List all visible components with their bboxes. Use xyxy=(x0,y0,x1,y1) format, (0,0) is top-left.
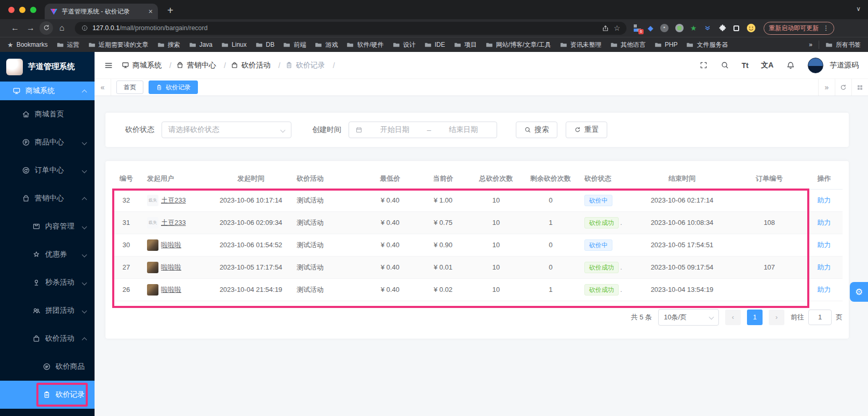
user-name-link[interactable]: 啦啦啦 xyxy=(161,285,181,294)
bookmark-item[interactable]: 设计 xyxy=(393,41,416,49)
bookmark-item[interactable]: DB xyxy=(256,41,275,48)
font-size-icon[interactable]: Tt xyxy=(742,61,749,70)
home-button[interactable]: ⌂ xyxy=(54,23,70,33)
extension-square-icon[interactable] xyxy=(733,25,739,31)
search-button[interactable]: 搜索 xyxy=(516,122,557,138)
update-chip[interactable]: 重新启动即可更新 ⋮ xyxy=(764,22,834,35)
bookmark-item[interactable]: 运营 xyxy=(57,41,79,49)
site-info-icon[interactable] xyxy=(81,24,88,32)
reload-button[interactable] xyxy=(39,21,53,35)
breadcrumb-item[interactable]: 砍价活动 / xyxy=(231,61,285,70)
star-icon: ★ xyxy=(7,41,14,49)
extension-green-circle-icon[interactable] xyxy=(675,24,684,32)
help-link[interactable]: 助力 xyxy=(818,241,831,249)
url-text: 127.0.0.1/mall/promotion/bargain/record xyxy=(92,24,597,32)
extension-asterisk-icon[interactable]: * xyxy=(660,24,669,32)
page-tab[interactable]: 砍价记录 xyxy=(149,80,198,94)
settings-gear-button[interactable]: ⚙ xyxy=(850,282,868,302)
page-size-select[interactable]: 10条/页 xyxy=(658,309,719,326)
sidebar-item[interactable]: 砍价商品 xyxy=(0,353,95,381)
breadcrumb-item[interactable]: 砍价记录 / xyxy=(285,61,340,70)
app-logo-row[interactable]: 芋道管理系统 xyxy=(0,52,95,82)
reset-button[interactable]: 重置 xyxy=(566,122,607,138)
traffic-light-minimize[interactable] xyxy=(19,7,25,13)
page-tab[interactable]: 首页 xyxy=(116,80,143,94)
sidebar-item[interactable]: 商城系统 xyxy=(0,82,95,100)
search-icon[interactable] xyxy=(720,61,729,70)
omnibox[interactable]: 127.0.0.1/mall/promotion/bargain/record … xyxy=(75,22,626,35)
status-select[interactable]: 请选择砍价状态 xyxy=(162,122,291,138)
user-name-link[interactable]: 土豆233 xyxy=(161,196,186,205)
bookmark-item[interactable]: 文件服务器 xyxy=(686,41,728,49)
end-time: 2023-10-04 13:54:19 xyxy=(631,278,733,301)
traffic-light-close[interactable] xyxy=(8,7,15,13)
date-range-input[interactable]: 开始日期 – 结束日期 xyxy=(349,122,497,138)
bookmarks-root[interactable]: ★ Bookmarks xyxy=(7,41,48,49)
back-button[interactable]: ← xyxy=(7,23,23,33)
extension-grid-icon[interactable]: 6 xyxy=(634,24,641,32)
share-icon[interactable] xyxy=(602,24,609,32)
breadcrumb-item[interactable]: 商城系统 / xyxy=(122,61,176,70)
bookmark-item[interactable]: PHP xyxy=(655,41,678,48)
help-link[interactable]: 助力 xyxy=(818,219,831,226)
bookmark-item[interactable]: 其他语言 xyxy=(610,41,646,49)
user-name-link[interactable]: 土豆233 xyxy=(161,218,186,227)
hamburger-icon[interactable] xyxy=(104,61,113,70)
new-tab-button[interactable]: + xyxy=(167,5,173,17)
refresh-icon[interactable] xyxy=(835,79,851,96)
fullscreen-icon[interactable] xyxy=(699,61,708,70)
language-icon[interactable]: 文A xyxy=(761,61,773,70)
sidebar-item[interactable]: 商城首页 xyxy=(0,100,95,128)
user-name[interactable]: 芋道源码 xyxy=(830,61,859,70)
all-bookmarks[interactable]: 所有书签 xyxy=(825,41,861,49)
browser-menu-icon[interactable]: ⋮ xyxy=(823,24,829,32)
bookmark-star-icon[interactable]: ☆ xyxy=(613,24,620,32)
user-name-link[interactable]: 啦啦啦 xyxy=(161,263,181,272)
forward-button[interactable]: → xyxy=(23,23,38,33)
bookmark-item[interactable]: 搜索 xyxy=(157,41,180,49)
bookmark-item[interactable]: 软件/硬件 xyxy=(346,41,383,49)
breadcrumb-item[interactable]: 营销中心 / xyxy=(176,61,231,70)
tabs-collapse-icon[interactable]: « xyxy=(95,79,111,96)
user-name-link[interactable]: 啦啦啦 xyxy=(161,240,181,250)
profile-avatar-icon[interactable] xyxy=(746,23,756,33)
sidebar-item[interactable]: 砍价记录 xyxy=(0,381,95,409)
bookmark-item[interactable]: 游戏 xyxy=(315,41,338,49)
prev-page-button[interactable]: ‹ xyxy=(725,310,741,325)
browser-tab[interactable]: 芋道管理系统 - 砍价记录 × xyxy=(45,4,158,19)
next-page-button[interactable]: › xyxy=(769,310,784,325)
bookmark-item[interactable]: Linux xyxy=(221,41,247,48)
bookmark-item[interactable]: Java xyxy=(189,41,212,48)
sidebar-item[interactable]: 秒杀活动 xyxy=(0,269,95,297)
bookmark-item[interactable]: 资讯未整理 xyxy=(560,41,602,49)
extension-gem-icon[interactable]: ◆ xyxy=(648,24,653,32)
page-number-button[interactable]: 1 xyxy=(747,310,763,325)
tabs-expand-icon[interactable]: » xyxy=(818,79,835,96)
bookmark-item[interactable]: IDE xyxy=(424,41,445,48)
sidebar-item[interactable]: 商品中心 xyxy=(0,128,95,156)
help-link[interactable]: 助力 xyxy=(818,263,831,271)
bookmark-item[interactable]: 前端 xyxy=(283,41,306,49)
sidebar-item[interactable]: 订单中心 xyxy=(0,156,95,184)
extension-star-icon[interactable]: ★ xyxy=(690,24,697,32)
sidebar-item[interactable]: 营销中心 xyxy=(0,184,95,212)
sidebar-item[interactable]: 内容管理 xyxy=(0,212,95,240)
goto-page-input[interactable] xyxy=(808,310,832,325)
bookmark-item[interactable]: 项目 xyxy=(454,41,477,49)
extension-chevrons-icon[interactable] xyxy=(703,24,712,32)
bookmark-item[interactable]: 网站/博客/文章/工具 xyxy=(486,41,551,49)
traffic-light-zoom[interactable] xyxy=(30,7,36,13)
tab-search-chevron-icon[interactable]: ∨ xyxy=(856,5,861,12)
layout-grid-icon[interactable] xyxy=(851,79,868,96)
help-link[interactable]: 助力 xyxy=(818,286,831,293)
bell-icon[interactable] xyxy=(786,61,795,70)
tab-close-icon[interactable]: × xyxy=(149,7,153,16)
sidebar-item[interactable]: 优惠券 xyxy=(0,240,95,269)
bookmark-item[interactable]: 近期需要读的文章 xyxy=(88,41,149,49)
sidebar-item[interactable]: 砍价活动 xyxy=(0,325,95,353)
bookmarks-overflow-icon[interactable]: » xyxy=(809,41,812,48)
sidebar-item[interactable]: 拼团活动 xyxy=(0,297,95,325)
user-avatar[interactable] xyxy=(808,58,823,73)
help-link[interactable]: 助力 xyxy=(818,196,831,204)
extensions-puzzle-icon[interactable] xyxy=(718,24,727,32)
